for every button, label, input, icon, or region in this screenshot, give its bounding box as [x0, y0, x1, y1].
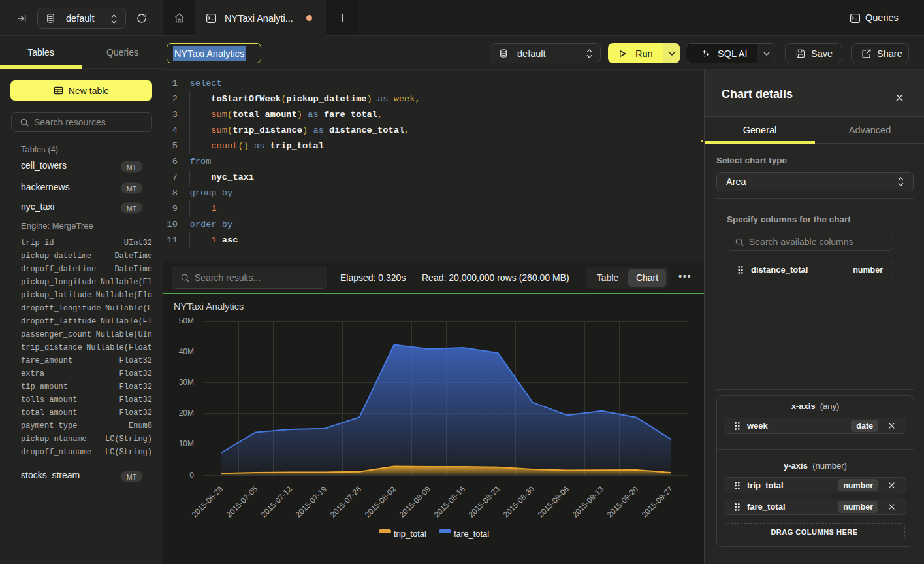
svg-text:2015-08-02: 2015-08-02: [363, 484, 398, 520]
svg-text:2015-09-06: 2015-09-06: [536, 484, 571, 520]
svg-text:10M: 10M: [179, 439, 194, 448]
svg-text:2015-09-27: 2015-09-27: [640, 484, 675, 520]
svg-text:fare_total: fare_total: [454, 529, 489, 539]
svg-text:50M: 50M: [179, 316, 194, 325]
svg-text:2015-08-30: 2015-08-30: [502, 484, 537, 520]
svg-text:2015-08-09: 2015-08-09: [398, 484, 433, 520]
svg-text:trip_total: trip_total: [394, 529, 426, 539]
svg-text:2015-06-28: 2015-06-28: [190, 484, 225, 520]
svg-text:2015-07-05: 2015-07-05: [225, 484, 260, 520]
svg-text:NYTaxi Analytics: NYTaxi Analytics: [174, 301, 244, 312]
svg-text:30M: 30M: [179, 378, 194, 387]
svg-text:0: 0: [189, 471, 194, 480]
svg-text:2015-07-12: 2015-07-12: [259, 484, 295, 520]
svg-text:20M: 20M: [179, 408, 194, 418]
svg-text:2015-08-23: 2015-08-23: [467, 484, 502, 520]
svg-text:2015-09-13: 2015-09-13: [571, 484, 606, 520]
svg-text:2015-07-19: 2015-07-19: [294, 484, 329, 520]
svg-text:40M: 40M: [179, 347, 194, 356]
svg-text:2015-09-20: 2015-09-20: [605, 484, 641, 520]
svg-text:2015-07-26: 2015-07-26: [328, 484, 364, 520]
svg-text:2015-08-16: 2015-08-16: [432, 484, 468, 520]
